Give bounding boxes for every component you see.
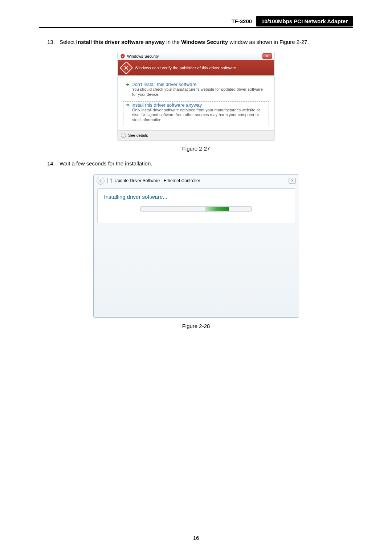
warning-banner: ✕ Windows can't verify the publisher of … — [118, 60, 274, 75]
choice-title: Don't install this driver software — [131, 82, 197, 87]
windows-security-dialog: x Windows Security ✕ ✕ Windows can't ver… — [118, 52, 274, 140]
update-driver-dialog: Update Driver Software - Ethernet Contro… — [93, 174, 299, 318]
shield-icon: x — [120, 54, 125, 59]
installing-heading: Installing driver software... — [104, 194, 288, 200]
product-name: 10/100Mbps PCI Network Adapter — [256, 16, 353, 26]
dialog-titlebar: Update Driver Software - Ethernet Contro… — [94, 175, 299, 188]
progress-indicator — [205, 207, 229, 211]
dialog-title: Windows Security — [127, 54, 159, 58]
choice-description: Only install driver software obtained fr… — [132, 108, 266, 123]
step-14: 14. Wait a few seconds for the installat… — [47, 158, 353, 169]
dialog-titlebar: x Windows Security ✕ — [118, 52, 274, 60]
choice-install-anyway[interactable]: ➔ Install this driver software anyway On… — [123, 101, 269, 125]
model-number: TF-3200 — [230, 17, 256, 26]
choice-title: Install this driver software anyway — [131, 102, 202, 108]
chevron-down-icon[interactable]: ⌄ — [121, 133, 126, 138]
svg-text:x: x — [122, 54, 124, 58]
choice-description: You should check your manufacturer's web… — [132, 87, 266, 97]
step-13: 13. Select Install this driver software … — [47, 37, 353, 48]
dialog-footer: ⌄ See details — [118, 130, 274, 140]
step-number: 14. — [47, 158, 60, 169]
progress-bar — [140, 206, 252, 212]
step-number: 13. — [47, 37, 60, 48]
figure-caption-2: Figure 2-28 — [39, 323, 353, 329]
warning-text: Windows can't verify the publisher of th… — [135, 66, 236, 70]
figure-caption-1: Figure 2-27 — [39, 145, 353, 152]
close-button[interactable]: ✕ — [289, 178, 296, 184]
step-text: Select Install this driver software anyw… — [60, 37, 353, 48]
document-icon — [107, 178, 112, 183]
arrow-icon: ➔ — [126, 102, 129, 107]
choice-dont-install[interactable]: ➔ Don't install this driver software You… — [123, 81, 269, 100]
step-text: Wait a few seconds for the installation. — [60, 158, 353, 169]
warning-shield-icon: ✕ — [120, 61, 133, 75]
back-button[interactable] — [97, 177, 105, 185]
page-header: TF-3200 10/100Mbps PCI Network Adapter — [39, 16, 353, 28]
dialog-title: Update Driver Software - Ethernet Contro… — [115, 178, 200, 183]
page-number: 16 — [193, 535, 199, 541]
close-button[interactable]: ✕ — [262, 53, 272, 59]
arrow-icon: ➔ — [126, 82, 129, 87]
see-details-link[interactable]: See details — [128, 133, 148, 138]
